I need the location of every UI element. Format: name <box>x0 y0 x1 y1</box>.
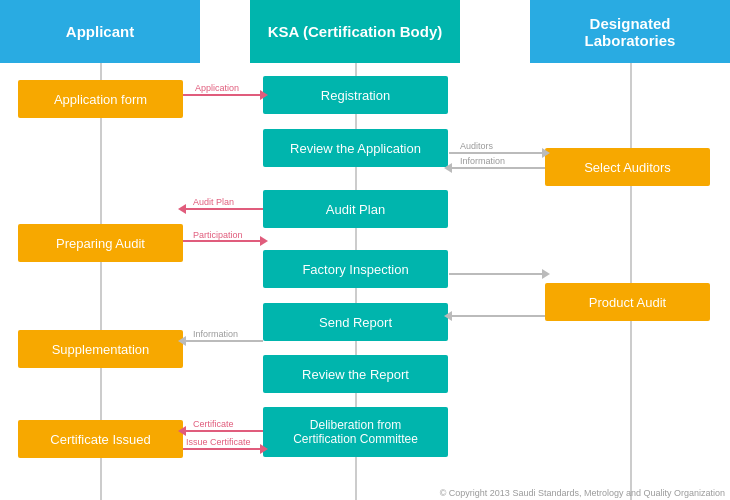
arrow-labs-report <box>449 315 545 317</box>
ksa-box-registration: Registration <box>263 76 448 114</box>
applicant-box-application-form: Application form <box>18 80 183 118</box>
footer-text: © Copyright 2013 Saudi Standards, Metrol… <box>440 488 725 498</box>
ksa-box-factory-inspection: Factory Inspection <box>263 250 448 288</box>
labs-box-product-audit: Product Audit <box>545 283 710 321</box>
arrow-label-issue-cert: Issue Certificate <box>186 437 251 447</box>
col-header-labs: DesignatedLaboratories <box>530 0 730 63</box>
arrow-review-to-auditors <box>449 152 545 154</box>
col-header-applicant: Applicant <box>0 0 200 63</box>
ksa-box-deliberation: Deliberation fromCertification Committee <box>263 407 448 457</box>
arrow-participation <box>183 240 263 242</box>
applicant-box-certificate-issued: Certificate Issued <box>18 420 183 458</box>
arrow-label-info: Information <box>193 329 238 339</box>
ksa-box-send-report: Send Report <box>263 303 448 341</box>
ksa-box-review-report: Review the Report <box>263 355 448 393</box>
col-header-ksa: KSA (Certification Body) <box>250 0 460 63</box>
arrow-audit-plan <box>183 208 263 210</box>
ksa-label: KSA (Certification Body) <box>268 23 442 40</box>
arrow-label-information: Information <box>460 156 505 166</box>
arrow-label-auditors: Auditors <box>460 141 493 151</box>
applicant-box-preparing-audit: Preparing Audit <box>18 224 183 262</box>
arrow-factory-labs <box>449 273 545 275</box>
arrow-label-application: Application <box>195 83 239 93</box>
labs-label: DesignatedLaboratories <box>585 15 676 49</box>
ksa-box-audit-plan: Audit Plan <box>263 190 448 228</box>
arrow-app-to-reg <box>183 94 263 96</box>
arrow-label-audit-plan: Audit Plan <box>193 197 234 207</box>
applicant-box-supplementation: Supplementation <box>18 330 183 368</box>
labs-box-select-auditors: Select Auditors <box>545 148 710 186</box>
arrow-certificate <box>183 430 263 432</box>
arrow-label-certificate: Certificate <box>193 419 234 429</box>
vline-labs <box>630 63 632 500</box>
applicant-label: Applicant <box>66 23 134 40</box>
arrow-label-participation: Participation <box>193 230 243 240</box>
arrow-issue-cert <box>183 448 263 450</box>
diagram: Applicant KSA (Certification Body) Desig… <box>0 0 730 500</box>
arrow-supplement-info <box>183 340 263 342</box>
ksa-box-review-application: Review the Application <box>263 129 448 167</box>
arrow-labs-info <box>449 167 545 169</box>
